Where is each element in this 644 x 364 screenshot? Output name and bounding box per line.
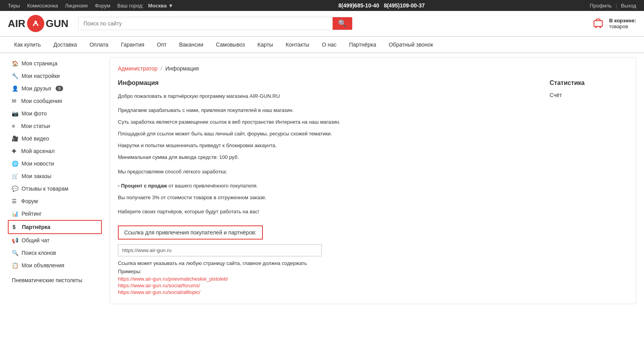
percent-desc: от вашего привлечённого покупателя. [168,183,258,189]
link-example-3[interactable]: https://www.air-gun.ru/social/alltopic/ [118,289,542,295]
rating-icon: 📊 [12,211,18,217]
nav-dostavka[interactable]: Доставка [47,37,83,52]
sidebar-label-video: Моё видео [22,135,49,142]
link-box-section: Ссылка для привлечения покупателей и пар… [118,225,542,295]
nav-obratny-zvonok[interactable]: Обратный звонок [382,37,439,52]
sidebar-item-reviews[interactable]: 💬 Отзывы к товарам [8,182,102,195]
link-example-1[interactable]: https://www.air-gun.ru/pnevmaticheskie_p… [118,276,542,282]
sidebar-label-arsenal: Мой арсенал [21,148,54,154]
nav-oplata[interactable]: Оплата [83,37,114,52]
city-name[interactable]: Москва [148,3,166,9]
main-nav: Как купить Доставка Оплата Гарантия Опт … [0,36,644,53]
sidebar-item-partnerka[interactable]: $ Партнёрка [8,220,102,234]
sidebar-item-settings[interactable]: 🔧 Мои настройки [8,70,102,82]
nav-vakansii[interactable]: Вакансии [173,37,210,52]
sidebar-label-news: Мои новости [22,160,54,167]
svg-point-4 [599,26,601,28]
sidebar-item-friends[interactable]: 👤 Мои друзья 9 [8,82,102,95]
nav-partnerka[interactable]: Партнёрка [343,37,382,52]
sidebar-item-orders[interactable]: 🛒 Мои заказы [8,170,102,182]
percent-bold: - Процент с продаж [118,183,167,189]
info-p2: Суть заработка является размещение ссыло… [118,118,542,126]
info-percent-detail: Вы получаете 3% от стоимости товаров в о… [118,193,542,202]
nav-kak-kupit[interactable]: Как купить [8,37,47,52]
search-input[interactable] [79,17,333,30]
friends-badge: 9 [56,86,63,91]
svg-rect-2 [594,20,602,26]
sidebar-label-ads: Мои объявления [22,262,64,268]
main-content: 🏠 Моя страница 🔧 Мои настройки 👤 Мои дру… [0,53,644,308]
search-button[interactable]: 🔍 [333,17,352,30]
link-example-2[interactable]: https://www.air-gun.ru/social/forums/ [118,283,542,288]
nav-samovyvoz[interactable]: Самовывоз [210,37,251,52]
nav-licenziya[interactable]: Лицензия [65,3,88,9]
info-column: Информация Добро пожаловать в партнёрску… [118,79,542,296]
dollar-icon: $ [13,224,19,230]
breadcrumb-current: Информация [165,65,199,72]
cart-items-label: товаров [609,23,636,29]
breadcrumb-admin[interactable]: Администратор [118,65,157,72]
chat-icon: 📢 [12,237,18,243]
logo[interactable]: AIR GUN [8,15,71,32]
news-icon: 🌐 [12,160,18,167]
logout-link[interactable]: Выход [621,3,636,9]
nav-garantiya[interactable]: Гарантия [115,37,151,52]
sidebar-label-my-page: Моя страница [22,60,57,67]
nav-forum[interactable]: Форум [95,3,110,9]
sidebar-label-chat: Общий чат [22,237,49,243]
site-header: AIR GUN 🔍 В корзине: товаров [0,11,644,36]
cart-area[interactable]: В корзине: товаров [591,17,636,30]
nav-tiry[interactable]: Тиры [8,3,20,9]
forum-icon: ☰ [12,198,18,204]
link-input[interactable] [118,244,322,256]
logo-gun: GUN [46,18,69,30]
sidebar-label-photos: Мои фото [22,110,47,117]
search-bar[interactable]: 🔍 [78,17,353,30]
info-percent-label: - Процент с продаж от вашего привлечённо… [118,182,542,190]
nav-kontakty[interactable]: Контакты [279,37,315,52]
sidebar-item-chat[interactable]: 📢 Общий чат [8,234,102,247]
nav-o-nas[interactable]: О нас [316,37,343,52]
stats-column: Статистика Счёт [550,79,628,296]
examples-label: Примеры: [118,268,542,274]
logo-icon [27,15,44,32]
info-section-title: Информация [118,79,542,86]
search-icon: 🔍 [338,20,347,27]
sidebar-item-articles[interactable]: ≡ Мои статьи [8,120,102,132]
reviews-icon: 💬 [12,186,18,192]
sidebar-item-photos[interactable]: 📷 Мои фото [8,107,102,120]
profile-link[interactable]: Профиль [590,3,612,9]
video-icon: 🎥 [12,135,18,142]
sidebar-item-forum[interactable]: ☰ Форум [8,195,102,207]
sidebar-label-settings: Мои настройки [22,73,60,79]
sidebar-item-video[interactable]: 🎥 Моё видео [8,132,102,145]
content-area: Администратор / Информация Информация До… [110,57,636,304]
sidebar-item-messages[interactable]: ✉ Мои сообщения [8,95,102,107]
phone-1[interactable]: 8(499)685-10-40 [338,2,379,9]
sidebar-item-my-page[interactable]: 🏠 Моя страница [8,57,102,70]
city-selector[interactable]: Ваш город: Москва ▼ [117,3,173,9]
info-paragraphs: Предлагаем зарабатывать с нами, привлека… [118,106,542,162]
info-welcome: Добро пожаловать в партнёрскую программу… [118,92,542,101]
phone-2[interactable]: 8(495)109-00-37 [384,2,425,9]
info-p4: Накрутки и попытки мошенничать приведут … [118,141,542,150]
nav-opt[interactable]: Опт [150,37,173,52]
arsenal-icon: ✚ [12,148,18,154]
sidebar-item-rating[interactable]: 📊 Рейтинг [8,207,102,220]
svg-point-1 [34,21,37,23]
breadcrumb-sep: / [161,65,162,72]
nav-karty[interactable]: Карты [251,37,279,52]
clones-icon: 🔍 [12,250,18,256]
nav-komissionka[interactable]: Комиссионка [27,3,58,9]
info-p5: Минимальная сумма для вывода средств: 10… [118,153,542,162]
ads-icon: 📋 [12,262,18,268]
messages-icon: ✉ [12,98,18,104]
sidebar-item-news[interactable]: 🌐 Мои новости [8,157,102,170]
phones: 8(499)685-10-40 8(495)109-00-37 [338,2,425,9]
orders-icon: 🛒 [12,173,18,179]
sidebar-item-arsenal[interactable]: ✚ Мой арсенал [8,145,102,157]
top-nav: Тиры Комиссионка Лицензия Форум Ваш горо… [8,3,173,9]
sidebar-item-clones[interactable]: 🔍 Поиск клонов [8,247,102,259]
sidebar-item-ads[interactable]: 📋 Мои объявления [8,259,102,272]
photos-icon: 📷 [12,110,18,117]
